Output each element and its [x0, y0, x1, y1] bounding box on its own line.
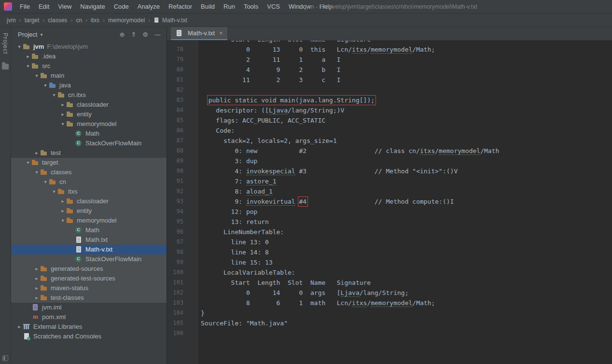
tab-math-v-txt[interactable]: Math-v.txt × — [171, 27, 227, 40]
menu-item-view[interactable]: View — [54, 0, 76, 13]
chevron-down-icon[interactable]: ▾ — [51, 90, 57, 100]
breadcrumb-item-memorymodel[interactable]: memorymodel — [107, 17, 146, 24]
code-line[interactable]: 106 — [167, 328, 612, 338]
chevron-down-icon[interactable]: ▾ — [25, 61, 31, 71]
code-line[interactable]: 88 0: new #2 // class cn/itxs/memorymode… — [167, 146, 612, 156]
code-line[interactable]: 83 public static void main(java.lang.Str… — [167, 95, 612, 105]
code-line[interactable]: 105SourceFile: "Math.java" — [167, 318, 612, 328]
tree-item-test-classes[interactable]: ▸test-classes — [11, 293, 167, 303]
tree-item-math-v-txt[interactable]: Math-v.txt — [11, 245, 167, 254]
close-icon[interactable]: × — [219, 30, 223, 36]
code-line[interactable]: 101 Start Length Slot Name Signature — [167, 278, 612, 288]
tree-item-jvm[interactable]: ▾jvmF:\develop\jvm — [11, 42, 167, 52]
chevron-down-icon[interactable]: ▾ — [59, 216, 66, 225]
chevron-right-icon[interactable]: ▸ — [25, 52, 31, 61]
tree-item-generated-sources[interactable]: ▸generated-sources — [11, 264, 167, 274]
code-line[interactable]: 102 0 14 0 args [Ljava/lang/String; — [167, 288, 612, 298]
menu-item-edit[interactable]: Edit — [34, 0, 54, 13]
chevron-down-icon[interactable]: ▾ — [25, 158, 31, 168]
chevron-down-icon[interactable]: ▾ — [42, 81, 49, 90]
chevron-right-icon[interactable]: ▸ — [59, 100, 66, 110]
menu-item-run[interactable]: Run — [219, 0, 239, 13]
tree-item-math[interactable]: Math — [11, 225, 167, 235]
code-line[interactable]: 104} — [167, 308, 612, 318]
tree-item--idea[interactable]: ▸.idea — [11, 52, 167, 61]
tree-item-classes[interactable]: ▾classes — [11, 168, 167, 177]
tree-item-cn-itxs[interactable]: ▾cn.itxs — [11, 90, 167, 100]
code-line[interactable]: 86 Code: — [167, 126, 612, 136]
code-line[interactable]: 78 0 13 0 this Lcn/itxs/memorymodel/Math… — [167, 44, 612, 55]
tree-item-jvm-iml[interactable]: jvm.iml — [11, 303, 167, 312]
code-line[interactable]: 100 LocalVariableTable: — [167, 267, 612, 278]
chevron-down-icon[interactable]: ▾ — [33, 168, 40, 177]
menu-item-refactor[interactable]: Refactor — [164, 0, 196, 13]
code-line[interactable]: 97 line 13: 0 — [167, 237, 612, 247]
chevron-right-icon[interactable]: ▸ — [33, 264, 40, 274]
tree-item-generated-test-sources[interactable]: ▸generated-test-sources — [11, 274, 167, 283]
tree-item-test[interactable]: ▸test — [11, 148, 167, 158]
chevron-right-icon[interactable]: ▸ — [33, 293, 40, 303]
menu-item-navigate[interactable]: Navigate — [76, 0, 109, 13]
code-line[interactable]: 92 8: aload_1 — [167, 186, 612, 196]
tree-item-scratches-and-consoles[interactable]: Scratches and Consoles — [11, 332, 167, 341]
toolwindow-switcher-icon[interactable] — [2, 355, 8, 361]
tree-item-entity[interactable]: ▸entity — [11, 206, 167, 216]
menu-item-vcs[interactable]: VCS — [263, 0, 284, 13]
breadcrumb-item-itxs[interactable]: itxs — [90, 17, 100, 24]
tree-item-classloader[interactable]: ▸classloader — [11, 100, 167, 110]
tree-item-entity[interactable]: ▸entity — [11, 110, 167, 119]
breadcrumb-item-cn[interactable]: cn — [75, 17, 83, 24]
code-line[interactable]: 82 — [167, 85, 612, 95]
breadcrumb-item-jvm[interactable]: jvm — [6, 17, 17, 24]
project-strip-label[interactable]: Project — [2, 33, 9, 54]
chevron-right-icon[interactable]: ▸ — [16, 322, 23, 332]
settings-gear-icon[interactable]: ⚙ — [142, 31, 148, 38]
tree-item-stackoverflowmain[interactable]: StackOverFlowMain — [11, 254, 167, 264]
code-line[interactable]: 89 3: dup — [167, 156, 612, 166]
chevron-right-icon[interactable]: ▸ — [33, 283, 40, 293]
tree-item-main[interactable]: ▾main — [11, 71, 167, 81]
chevron-down-icon[interactable]: ▾ — [59, 119, 66, 129]
hide-panel-icon[interactable]: — — [154, 31, 161, 38]
tree-item-target[interactable]: ▾target — [11, 158, 167, 168]
code-line[interactable]: 79 2 11 1 a I — [167, 55, 612, 65]
code-line[interactable]: 84 descriptor: ([Ljava/lang/String;)V — [167, 105, 612, 115]
tree-item-pom-xml[interactable]: pom.xml — [11, 312, 167, 322]
chevron-down-icon[interactable]: ▾ — [16, 42, 23, 52]
chevron-down-icon[interactable]: ▾ — [33, 71, 40, 81]
code-area[interactable]: 77 Start Length Slot Name Signature78 0 … — [167, 41, 612, 364]
chevron-right-icon[interactable]: ▸ — [59, 110, 66, 119]
tree-item-maven-status[interactable]: ▸maven-status — [11, 283, 167, 293]
tree-item-stackoverflowmain[interactable]: StackOverFlowMain — [11, 139, 167, 148]
code-line[interactable]: 94 12: pop — [167, 207, 612, 217]
chevron-right-icon[interactable]: ▸ — [59, 196, 66, 206]
tree-item-classloader[interactable]: ▸classloader — [11, 196, 167, 206]
code-line[interactable]: 103 8 6 1 math Lcn/itxs/memorymodel/Math… — [167, 298, 612, 308]
project-toolwindow-icon[interactable] — [2, 64, 9, 70]
tree-item-src[interactable]: ▾src — [11, 61, 167, 71]
tree-item-cn[interactable]: ▾cn — [11, 177, 167, 187]
code-line[interactable]: 85 flags: ACC_PUBLIC, ACC_STATIC — [167, 115, 612, 126]
collapse-all-icon[interactable]: ⇑ — [131, 31, 136, 38]
panel-title[interactable]: Project — [18, 31, 37, 38]
tree-item-external-libraries[interactable]: ▸External Libraries — [11, 322, 167, 332]
code-line[interactable]: 80 4 9 2 b I — [167, 65, 612, 75]
menu-item-analyze[interactable]: Analyze — [133, 0, 164, 13]
chevron-down-icon[interactable]: ▾ — [40, 32, 42, 37]
menu-item-tools[interactable]: Tools — [239, 0, 263, 13]
tree-item-itxs[interactable]: ▾itxs — [11, 187, 167, 196]
breadcrumb-item-target[interactable]: target — [24, 17, 41, 24]
tree-item-math[interactable]: Math — [11, 129, 167, 139]
tree-item-java[interactable]: ▾java — [11, 81, 167, 90]
tree-item-math-txt[interactable]: Math.txt — [11, 235, 167, 245]
chevron-down-icon[interactable]: ▾ — [51, 187, 57, 196]
breadcrumb-item-math-v-txt[interactable]: Math-v.txt — [161, 17, 188, 24]
menu-item-build[interactable]: Build — [196, 0, 219, 13]
tree-item-memorymodel[interactable]: ▾memorymodel — [11, 119, 167, 129]
chevron-right-icon[interactable]: ▸ — [33, 274, 40, 283]
code-line[interactable]: 91 7: astore_1 — [167, 176, 612, 186]
locate-icon[interactable]: ⊕ — [120, 31, 125, 38]
code-line[interactable]: 93 9: invokevirtual #4 // Method compute… — [167, 196, 612, 207]
tree-item-memorymodel[interactable]: ▾memorymodel — [11, 216, 167, 225]
code-line[interactable]: 96 LineNumberTable: — [167, 227, 612, 237]
